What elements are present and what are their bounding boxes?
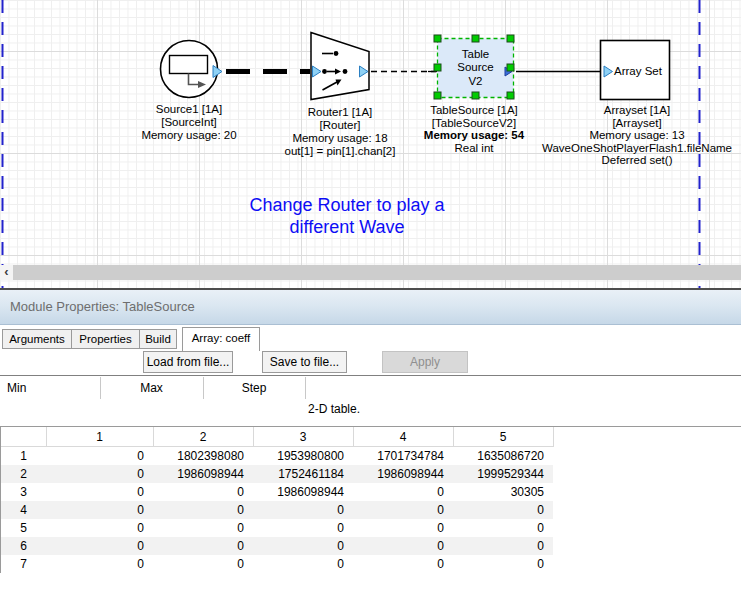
column-header: 5: [453, 427, 553, 447]
panel-title: Module Properties: TableSource: [10, 299, 195, 314]
table-row: 3001986098944030305: [1, 483, 553, 501]
step-field-label: Step: [203, 381, 305, 395]
column-header: 4: [353, 427, 453, 447]
table-description: 2-D table.: [308, 402, 360, 416]
table-cell[interactable]: 1986098944: [253, 483, 353, 501]
source-block-caption: Source1 [1A] [SourceInt] Memory usage: 2…: [141, 103, 236, 142]
table-cell[interactable]: 0: [253, 555, 353, 573]
table-corner-cell: [1, 427, 46, 447]
table-cell[interactable]: 0: [153, 537, 253, 555]
table-row: 700000: [1, 555, 553, 573]
annotation-line: Change Router to play a: [249, 194, 444, 216]
table-row: 600000: [1, 537, 553, 555]
table-cell[interactable]: 0: [353, 519, 453, 537]
table-cell[interactable]: 0: [453, 555, 553, 573]
tablesource-body-line: Table: [462, 48, 490, 62]
horizontal-scrollbar[interactable]: ‹: [0, 265, 741, 280]
table-cell[interactable]: 0: [153, 483, 253, 501]
tablesource-body-line: V2: [468, 75, 482, 89]
table-cell[interactable]: 0: [46, 483, 153, 501]
source-block-shape: [161, 41, 223, 98]
table-cell[interactable]: 1999529344: [453, 465, 553, 483]
table-cell[interactable]: 1635086720: [453, 447, 553, 466]
tab-build[interactable]: Build: [139, 329, 177, 349]
apply-button[interactable]: Apply: [382, 351, 468, 373]
row-header: 2: [1, 465, 46, 483]
annotation-line: different Wave: [249, 216, 444, 238]
row-header: 5: [1, 519, 46, 537]
column-header: 1: [46, 427, 153, 447]
tab-arguments[interactable]: Arguments: [2, 329, 72, 349]
table-cell[interactable]: 0: [46, 465, 153, 483]
router-block-caption: Router1 [1A] [Router] Memory usage: 18 o…: [285, 106, 396, 158]
canvas-annotation[interactable]: Change Router to play a different Wave: [249, 194, 444, 238]
column-header: 2: [153, 427, 253, 447]
max-field-label: Max: [100, 381, 203, 395]
table-cell[interactable]: 1701734784: [353, 447, 453, 466]
table-cell[interactable]: 0: [46, 555, 153, 573]
scrollbar-thumb[interactable]: [13, 265, 741, 280]
coeff-table: 1234510180239808019539808001701734784163…: [1, 427, 554, 573]
row-header: 3: [1, 483, 46, 501]
table-cell[interactable]: 0: [453, 501, 553, 519]
arrayset-block[interactable]: Array Set: [606, 64, 670, 78]
table-cell[interactable]: 0: [253, 519, 353, 537]
tablesource-block[interactable]: Table Source V2: [437, 38, 514, 98]
arrayset-body-label: Array Set: [614, 65, 662, 77]
table-row: 500000: [1, 519, 553, 537]
table-cell[interactable]: 0: [153, 519, 253, 537]
arrayset-block-caption: Arrayset [1A] [Arrayset] Memory usage: 1…: [542, 104, 732, 167]
table-cell[interactable]: 0: [353, 537, 453, 555]
column-header: 3: [253, 427, 353, 447]
table-cell[interactable]: 1802398080: [153, 447, 253, 466]
table-cell[interactable]: 0: [46, 501, 153, 519]
tab-properties[interactable]: Properties: [71, 329, 140, 349]
panel-header: Module Properties: TableSource: [0, 290, 741, 325]
tablesource-body-line: Source: [457, 61, 493, 75]
load-from-file-button[interactable]: Load from file...: [143, 351, 233, 373]
tab-array-coeff[interactable]: Array: coeff: [182, 327, 260, 351]
row-header: 1: [1, 447, 46, 466]
router-block-shape: [311, 33, 369, 100]
scroll-left-arrow-icon[interactable]: ‹: [0, 265, 13, 280]
table-cell[interactable]: 1986098944: [153, 465, 253, 483]
table-row: 400000: [1, 501, 553, 519]
fields-top-border: [0, 375, 741, 376]
row-header: 7: [1, 555, 46, 573]
save-to-file-button[interactable]: Save to file...: [262, 351, 347, 373]
table-cell[interactable]: 0: [453, 537, 553, 555]
table-cell[interactable]: 0: [253, 537, 353, 555]
table-cell[interactable]: 1752461184: [253, 465, 353, 483]
table-cell[interactable]: 0: [353, 555, 453, 573]
coeff-table-container: 1234510180239808019539808001701734784163…: [0, 427, 554, 573]
table-row: 2019860989441752461184198609894419995293…: [1, 465, 553, 483]
application-window: Table Source V2 Array Set Source1 [1A] […: [0, 0, 741, 600]
table-cell[interactable]: 1953980800: [253, 447, 353, 466]
table-cell[interactable]: 1986098944: [353, 465, 453, 483]
tablesource-block-caption: TableSource [1A] [TableSourceV2] Memory …: [424, 104, 524, 154]
schematic-canvas[interactable]: Table Source V2 Array Set Source1 [1A] […: [0, 0, 741, 288]
min-field-label: Min: [7, 381, 26, 395]
module-properties-panel: Module Properties: TableSource Arguments…: [0, 290, 741, 600]
table-cell[interactable]: 0: [253, 501, 353, 519]
table-cell[interactable]: 0: [46, 519, 153, 537]
table-cell[interactable]: 0: [453, 519, 553, 537]
table-cell[interactable]: 0: [353, 501, 453, 519]
table-cell[interactable]: 0: [46, 447, 153, 466]
table-cell[interactable]: 30305: [453, 483, 553, 501]
table-cell[interactable]: 0: [46, 537, 153, 555]
row-header: 6: [1, 537, 46, 555]
table-row: 1018023980801953980800170173478416350867…: [1, 447, 553, 466]
row-header: 4: [1, 501, 46, 519]
field-separator: [305, 377, 306, 399]
table-cell[interactable]: 0: [153, 501, 253, 519]
table-cell[interactable]: 0: [153, 555, 253, 573]
table-cell[interactable]: 0: [353, 483, 453, 501]
